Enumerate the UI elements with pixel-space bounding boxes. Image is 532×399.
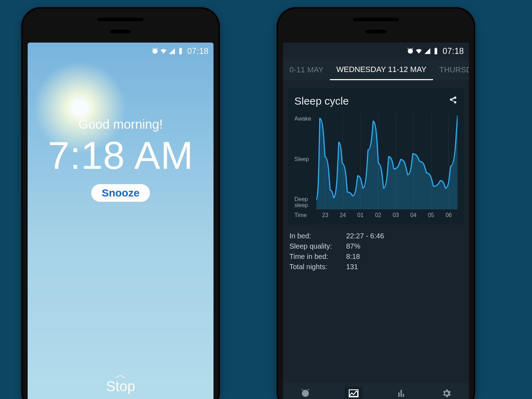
alarm-icon bbox=[151, 47, 159, 55]
stat-value-quality: 87% bbox=[346, 242, 360, 250]
cell-icon bbox=[423, 47, 431, 55]
snooze-button[interactable]: Snooze bbox=[91, 184, 150, 202]
tab-prev-range[interactable]: 0-11 MAY bbox=[283, 60, 330, 80]
ylabel-sleep: Sleep bbox=[294, 156, 316, 162]
chart-x-labels: 2324010203040506 bbox=[316, 212, 458, 218]
stop-button[interactable]: ︿ Stop bbox=[28, 371, 214, 394]
stat-label-quality: Sleep quality: bbox=[289, 242, 346, 250]
alarm-screen: 07:18 Good morning! 7:18 AM Snooze ︿ Sto… bbox=[28, 43, 214, 399]
status-time: 07:18 bbox=[443, 46, 464, 56]
card-title: Sleep cycle bbox=[294, 95, 349, 107]
nav-stats-icon[interactable] bbox=[397, 388, 407, 399]
chevron-up-icon: ︿ bbox=[28, 371, 214, 378]
stat-value-total-nights: 131 bbox=[346, 263, 358, 271]
bottom-nav bbox=[283, 383, 469, 399]
battery-icon bbox=[432, 47, 440, 55]
greeting-text: Good morning! bbox=[28, 117, 214, 132]
phone-frame-stats: 07:18 0-11 MAY WEDNESDAY 11-12 MAY THURS… bbox=[277, 7, 475, 399]
nav-settings-icon[interactable] bbox=[441, 388, 452, 399]
nav-graph-icon[interactable] bbox=[345, 387, 362, 399]
sleep-cycle-chart bbox=[316, 113, 458, 209]
sleep-cycle-card: Sleep cycle Awake Sleep Deep sleep 23 bbox=[288, 88, 464, 225]
alarm-icon bbox=[406, 47, 414, 55]
ylabel-awake: Awake bbox=[294, 116, 316, 122]
stat-label-total-nights: Total nights: bbox=[289, 263, 346, 271]
wifi-icon bbox=[415, 47, 423, 55]
stat-value-time-in-bed: 8:18 bbox=[346, 253, 360, 261]
battery-icon bbox=[177, 47, 184, 55]
stats-screen: 07:18 0-11 MAY WEDNESDAY 11-12 MAY THURS… bbox=[283, 43, 469, 399]
status-time: 07:18 bbox=[187, 46, 209, 56]
share-icon[interactable] bbox=[448, 96, 458, 106]
cell-icon bbox=[168, 47, 176, 55]
status-bar: 07:18 bbox=[28, 43, 214, 60]
sleep-stats: In bed:22:27 - 6:46 Sleep quality:87% Ti… bbox=[289, 232, 462, 271]
nav-alarm-icon[interactable] bbox=[300, 388, 311, 399]
date-tabs: 0-11 MAY WEDNESDAY 11-12 MAY THURSDA ⋮ bbox=[283, 60, 469, 80]
tab-next-day[interactable]: THURSDA bbox=[433, 60, 469, 80]
stat-value-in-bed: 22:27 - 6:46 bbox=[346, 232, 384, 240]
svg-rect-9 bbox=[349, 390, 358, 397]
stat-label-time-in-bed: Time in bed: bbox=[289, 253, 346, 261]
alarm-time: 7:18 AM bbox=[28, 133, 214, 178]
wifi-icon bbox=[160, 47, 167, 55]
phone-frame-alarm: 07:18 Good morning! 7:18 AM Snooze ︿ Sto… bbox=[21, 7, 220, 399]
chart-y-labels: Awake Sleep Deep sleep bbox=[294, 113, 316, 209]
status-bar: 07:18 bbox=[283, 43, 469, 60]
stat-label-in-bed: In bed: bbox=[289, 232, 346, 240]
ylabel-deep: Deep sleep bbox=[294, 196, 316, 209]
tab-current-day[interactable]: WEDNESDAY 11-12 MAY bbox=[330, 60, 433, 80]
stop-label: Stop bbox=[28, 378, 214, 394]
